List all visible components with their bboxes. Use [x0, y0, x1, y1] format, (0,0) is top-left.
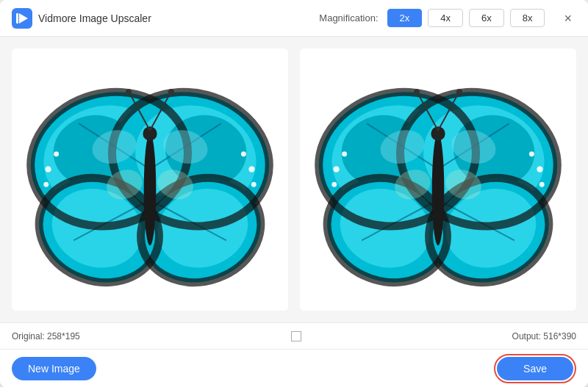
mag-btn-4x[interactable]: 4x	[428, 9, 463, 27]
svg-point-27	[144, 134, 157, 245]
app-window: Vidmore Image Upscaler Magnification: 2x…	[0, 0, 588, 387]
svg-point-53	[333, 166, 339, 172]
svg-point-62	[456, 89, 462, 95]
svg-point-58	[539, 182, 545, 187]
center-area	[80, 331, 512, 341]
titlebar: Vidmore Image Upscaler Magnification: 2x…	[0, 0, 588, 37]
output-image-panel	[300, 48, 576, 311]
svg-point-24	[248, 166, 254, 172]
app-title: Vidmore Image Upscaler	[38, 12, 151, 24]
save-button-wrapper: Save	[494, 354, 576, 383]
svg-point-23	[43, 182, 49, 187]
mag-btn-8x[interactable]: 8x	[510, 9, 545, 27]
output-info: Output: 516*390	[512, 331, 576, 341]
svg-point-22	[54, 151, 59, 156]
info-bar: Original: 258*195 Output: 516*390	[0, 322, 588, 349]
original-butterfly	[18, 68, 282, 292]
svg-point-56	[537, 166, 542, 172]
svg-point-57	[529, 151, 534, 156]
footer: New Image Save	[0, 349, 588, 387]
mag-btn-2x[interactable]: 2x	[387, 9, 423, 27]
magnification-label: Magnification:	[319, 12, 378, 23]
output-butterfly	[306, 68, 570, 292]
svg-point-55	[331, 182, 337, 187]
svg-point-30	[168, 89, 174, 95]
original-image-panel	[12, 48, 288, 311]
svg-point-54	[342, 151, 347, 156]
svg-point-60	[431, 126, 445, 140]
original-info: Original: 258*195	[12, 331, 80, 341]
app-icon	[12, 8, 32, 29]
svg-point-29	[126, 89, 132, 95]
svg-point-28	[143, 126, 157, 140]
mag-btn-6x[interactable]: 6x	[469, 9, 504, 27]
close-button[interactable]: ×	[559, 10, 576, 26]
new-image-button[interactable]: New Image	[12, 357, 96, 380]
center-checkbox[interactable]	[291, 331, 301, 341]
magnification-section: Magnification: 2x 4x 6x 8x	[319, 9, 545, 27]
main-content	[0, 37, 588, 322]
svg-point-59	[432, 134, 445, 245]
svg-point-26	[251, 182, 257, 187]
svg-rect-2	[16, 13, 18, 23]
save-button[interactable]: Save	[497, 357, 573, 380]
svg-point-25	[241, 151, 246, 156]
svg-point-21	[45, 166, 51, 172]
svg-point-61	[414, 89, 420, 95]
